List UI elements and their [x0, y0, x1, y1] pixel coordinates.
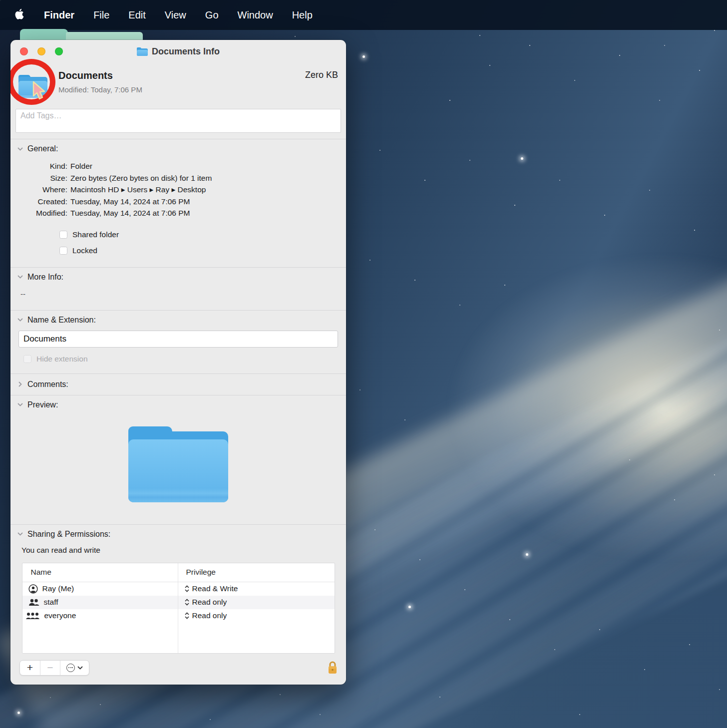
info-header: Documents Modified: Today, 7:06 PM Zero … [10, 63, 346, 107]
section-comments: Comments: [10, 373, 346, 395]
window-footer: + − [10, 654, 346, 676]
column-divider [178, 563, 178, 653]
bright-star [17, 712, 20, 714]
table-row[interactable]: everyone Read only [22, 609, 335, 623]
everyone-icon [25, 612, 40, 620]
name-extension-title: Name & Extension: [27, 316, 96, 325]
row-name: Ray (Me) [42, 584, 74, 593]
up-down-chevrons-icon [185, 599, 189, 606]
apple-menu[interactable] [15, 8, 25, 22]
zoom-button[interactable] [55, 47, 63, 55]
documents-info-window: Documents Info Documents Modified: Today… [10, 40, 346, 685]
hide-extension-checkbox [23, 355, 31, 363]
general-row: Size: Zero bytes (Zero bytes on disk) fo… [17, 172, 339, 184]
sharing-title: Sharing & Permissions: [27, 530, 110, 539]
user-circle-icon [28, 584, 38, 594]
general-row: Created: Tuesday, May 14, 2024 at 7:06 P… [17, 196, 339, 208]
up-down-chevrons-icon [185, 612, 189, 619]
section-preview: Preview: [10, 395, 346, 524]
item-name: Documents [58, 70, 305, 81]
section-name-extension: Name & Extension: Hide extension [10, 310, 346, 373]
permissions-table: Name Privilege Ray (Me) [22, 563, 335, 654]
name-input[interactable] [18, 331, 338, 348]
bright-star [526, 553, 528, 556]
add-user-button[interactable]: + [20, 661, 40, 675]
privilege-popup[interactable]: Read only [178, 611, 227, 620]
table-header: Name Privilege [22, 563, 335, 582]
shared-folder-label: Shared folder [72, 230, 119, 239]
bright-star [521, 157, 523, 160]
section-sharing: Sharing & Permissions: You can read and … [10, 524, 346, 654]
preview-title: Preview: [27, 400, 58, 409]
more-info-value: -- [20, 290, 339, 298]
galaxy-glow [335, 146, 727, 692]
title-bar[interactable]: Documents Info [10, 40, 346, 63]
group-icon [28, 598, 39, 607]
add-tags-input[interactable] [15, 109, 341, 133]
chevron-down-icon[interactable] [17, 147, 23, 151]
table-row[interactable]: staff Read only [22, 596, 335, 609]
chevron-down-icon[interactable] [17, 532, 23, 536]
item-modified: Modified: Today, 7:06 PM [58, 85, 305, 94]
chevron-down-icon [77, 666, 83, 670]
preview-folder-icon [128, 426, 228, 502]
section-general: General: Kind: Folder Size: Zero bytes (… [10, 139, 346, 267]
actions-menu-button[interactable] [60, 661, 89, 675]
locked-checkbox[interactable] [59, 247, 67, 255]
item-size: Zero KB [305, 68, 338, 107]
bright-star [408, 606, 411, 608]
general-row: Where: Macintosh HD ▸ Users ▸ Ray ▸ Desk… [17, 184, 339, 196]
remove-user-button[interactable]: − [40, 661, 60, 675]
traffic-lights [20, 47, 63, 55]
menu-bar: Finder File Edit View Go Window Help [0, 0, 727, 30]
menu-item-help[interactable]: Help [292, 9, 313, 21]
menu-item-file[interactable]: File [93, 9, 109, 21]
up-down-chevrons-icon [185, 585, 189, 592]
window-title: Documents Info [152, 46, 220, 57]
folder-icon [137, 47, 148, 56]
sharing-status: You can read and write [21, 546, 339, 555]
menu-item-finder[interactable]: Finder [44, 9, 74, 21]
shared-folder-checkbox[interactable] [59, 231, 67, 239]
apple-icon [15, 8, 25, 20]
more-info-title: More Info: [27, 273, 63, 282]
documents-folder-icon[interactable] [18, 75, 47, 98]
chevron-down-icon[interactable] [17, 275, 23, 279]
close-button[interactable] [20, 47, 28, 55]
ellipsis-circle-icon [66, 664, 75, 672]
table-row[interactable]: Ray (Me) Read & Write [22, 582, 335, 596]
column-name[interactable]: Name [22, 568, 178, 577]
menu-item-go[interactable]: Go [205, 9, 219, 21]
menu-item-view[interactable]: View [165, 9, 186, 21]
general-row: Kind: Folder [17, 160, 339, 172]
privilege-popup[interactable]: Read only [178, 598, 227, 607]
column-privilege[interactable]: Privilege [178, 568, 216, 577]
comments-title: Comments: [27, 380, 68, 389]
privilege-popup[interactable]: Read & Write [178, 584, 238, 593]
hide-extension-label: Hide extension [36, 355, 88, 364]
lock-icon[interactable] [327, 661, 338, 675]
row-name: staff [44, 598, 58, 607]
permission-actions: + − [19, 660, 89, 676]
minimize-button[interactable] [37, 47, 45, 55]
chevron-down-icon[interactable] [17, 403, 23, 406]
bright-star [363, 55, 365, 58]
menu-item-window[interactable]: Window [238, 9, 273, 21]
row-name: everyone [44, 611, 76, 620]
row-privilege: Read only [192, 611, 227, 620]
row-privilege: Read & Write [192, 584, 238, 593]
row-privilege: Read only [192, 598, 227, 607]
general-row: Modified: Tuesday, May 14, 2024 at 7:06 … [17, 207, 339, 219]
locked-label: Locked [72, 246, 97, 255]
window-title-group: Documents Info [137, 46, 220, 57]
menu-item-edit[interactable]: Edit [128, 9, 145, 21]
general-title: General: [27, 144, 58, 153]
chevron-right-icon[interactable] [18, 381, 22, 387]
chevron-down-icon[interactable] [17, 318, 23, 322]
section-more-info: More Info: -- [10, 267, 346, 310]
